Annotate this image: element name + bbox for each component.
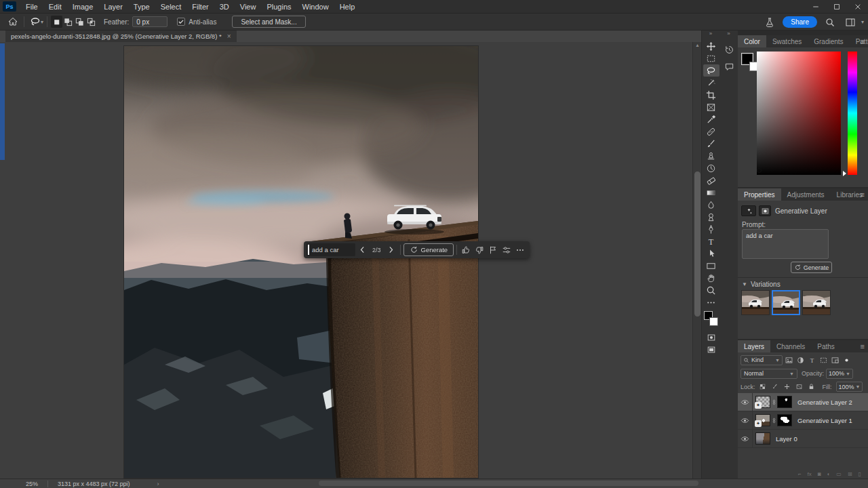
menu-type[interactable]: Type: [128, 1, 155, 12]
tool-shape[interactable]: [703, 260, 719, 272]
tool-pen[interactable]: [703, 223, 719, 235]
tool-type[interactable]: T: [703, 235, 719, 247]
layer-name[interactable]: Generative Layer 1: [797, 417, 852, 424]
layer-mask-thumbnail[interactable]: [777, 414, 792, 426]
tab-swatches[interactable]: Swatches: [766, 35, 808, 47]
selection-mode-subtract-button[interactable]: [74, 16, 85, 28]
background-color-swatch[interactable]: [709, 317, 718, 326]
layer-thumbnail[interactable]: ✦: [755, 396, 770, 408]
tool-wand[interactable]: [703, 77, 719, 89]
mask-link-icon[interactable]: [770, 418, 777, 424]
tool-brush[interactable]: [703, 138, 719, 150]
tool-frame[interactable]: [703, 101, 719, 113]
link-layers-icon[interactable]: ⌐: [798, 471, 802, 477]
layer-visibility-eye-icon[interactable]: [738, 430, 753, 447]
close-window-button[interactable]: [847, 0, 868, 14]
tool-move[interactable]: [703, 40, 719, 52]
layer-thumbnail[interactable]: ✦: [755, 414, 770, 426]
settings-sliders-icon[interactable]: [500, 243, 513, 257]
layer-mask-thumbnail[interactable]: [777, 396, 792, 408]
add-mask-icon[interactable]: ◙: [818, 471, 821, 477]
share-button[interactable]: Share: [783, 16, 817, 28]
saturation-brightness-field[interactable]: [757, 52, 841, 175]
report-flag-icon[interactable]: [487, 243, 500, 257]
tab-channels[interactable]: Channels: [770, 340, 811, 352]
filter-adjustment-layers-icon[interactable]: [795, 355, 806, 365]
quick-mask-button[interactable]: [703, 331, 719, 344]
menu-layer[interactable]: Layer: [98, 1, 128, 12]
anti-alias-checkbox[interactable]: [177, 18, 185, 26]
blend-mode-dropdown[interactable]: Normal ▼: [741, 369, 797, 379]
layer-row[interactable]: Layer 0: [738, 430, 868, 448]
adjustment-icon[interactable]: ◐: [827, 471, 830, 477]
layer-thumbnail[interactable]: [755, 432, 770, 445]
workspace-switcher-icon[interactable]: [843, 16, 858, 29]
more-options-icon[interactable]: [514, 243, 527, 257]
tab-paths[interactable]: Paths: [811, 340, 841, 352]
thumbs-up-icon[interactable]: [460, 243, 473, 257]
close-icon[interactable]: ×: [227, 33, 231, 40]
tool-eraser[interactable]: [703, 174, 719, 186]
generate-button[interactable]: Generate: [403, 243, 454, 256]
layer-effects-icon[interactable]: fx: [807, 471, 811, 477]
group-icon[interactable]: ▭: [836, 471, 842, 477]
filter-shape-layers-icon[interactable]: [818, 355, 829, 365]
menu-file[interactable]: File: [20, 1, 43, 12]
tool-blur[interactable]: [703, 199, 719, 211]
foreground-background-colors[interactable]: [703, 311, 719, 329]
filter-smart-objects-icon[interactable]: [830, 355, 840, 365]
canvas-area[interactable]: [0, 42, 692, 479]
lock-artboard-icon[interactable]: [794, 382, 804, 392]
variation-thumbnail-3[interactable]: [802, 290, 831, 315]
screen-mode-button[interactable]: [703, 344, 719, 356]
selection-mode-add-button[interactable]: [62, 16, 74, 28]
layer-filter-kind-dropdown[interactable]: Kind ▼: [741, 355, 783, 365]
comments-panel-icon[interactable]: [722, 59, 736, 74]
tab-color[interactable]: Color: [738, 35, 766, 47]
filter-type-layers-icon[interactable]: T: [807, 355, 817, 365]
tool-dodge[interactable]: [703, 211, 719, 223]
collapse-dock-icon[interactable]: »: [720, 30, 738, 40]
vertical-scrollbar-thumb[interactable]: [694, 171, 701, 317]
prompt-input[interactable]: add a car: [307, 243, 355, 256]
tab-patterns[interactable]: Patterns: [850, 35, 868, 47]
canvas-image[interactable]: [124, 46, 478, 478]
panel-menu-icon[interactable]: ≡: [861, 342, 865, 350]
tab-adjustments[interactable]: Adjustments: [781, 188, 831, 201]
selection-mode-intersect-button[interactable]: [85, 16, 97, 28]
chevron-down-icon[interactable]: ▾: [41, 19, 43, 25]
next-variation-button[interactable]: [384, 243, 397, 257]
opacity-input[interactable]: 100% ▼: [826, 369, 853, 379]
search-icon[interactable]: [823, 16, 837, 29]
previous-variation-button[interactable]: [356, 243, 369, 257]
feather-input[interactable]: [132, 16, 167, 27]
vertical-scrollbar[interactable]: ▲: [692, 42, 701, 479]
chevron-down-icon[interactable]: ▼: [742, 281, 747, 287]
lock-image-pixels-icon[interactable]: [770, 382, 780, 392]
menu-window[interactable]: Window: [297, 1, 334, 12]
collapse-toolbar-icon[interactable]: »: [702, 30, 720, 40]
selection-mode-new-button[interactable]: [51, 16, 62, 28]
tool-history-brush[interactable]: [703, 162, 719, 174]
tool-lasso[interactable]: [703, 64, 719, 77]
lock-position-icon[interactable]: [782, 382, 792, 392]
history-panel-icon[interactable]: [722, 42, 736, 57]
menu-view[interactable]: View: [235, 1, 262, 12]
filter-toggle-icon[interactable]: [842, 355, 852, 365]
variation-thumbnail-1[interactable]: [741, 290, 770, 315]
minimize-window-button[interactable]: [805, 0, 826, 14]
lock-all-icon[interactable]: [806, 382, 816, 392]
layer-row[interactable]: ✦Generative Layer 1: [738, 411, 868, 430]
generate-button[interactable]: Generate: [791, 262, 832, 273]
menu-3d[interactable]: 3D: [214, 1, 235, 12]
mask-link-icon[interactable]: [770, 399, 777, 405]
tool-zoom[interactable]: [703, 284, 719, 296]
tab-layers[interactable]: Layers: [738, 340, 770, 352]
tool-marquee[interactable]: [703, 52, 719, 64]
tool-more[interactable]: [703, 296, 719, 308]
beaker-icon[interactable]: [762, 16, 777, 29]
tool-gradient[interactable]: [703, 186, 719, 199]
menu-image[interactable]: Image: [67, 1, 99, 12]
prompt-textarea[interactable]: add a car: [742, 229, 829, 259]
select-and-mask-button[interactable]: Select and Mask...: [232, 16, 305, 28]
